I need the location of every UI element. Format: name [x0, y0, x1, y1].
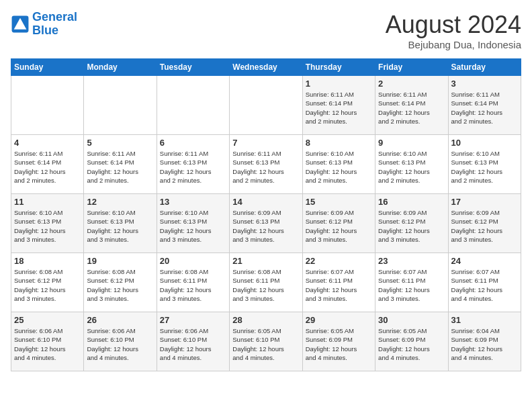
logo-text: General Blue — [32, 11, 77, 38]
calendar-cell: 1Sunrise: 6:11 AM Sunset: 6:14 PM Daylig… — [302, 76, 375, 135]
day-info: Sunrise: 6:06 AM Sunset: 6:10 PM Dayligh… — [160, 326, 226, 362]
day-number: 9 — [378, 138, 445, 148]
header-sunday: Sunday — [11, 59, 84, 76]
header-friday: Friday — [375, 59, 448, 76]
day-number: 23 — [378, 256, 445, 266]
day-info: Sunrise: 6:08 AM Sunset: 6:11 PM Dayligh… — [232, 267, 299, 303]
day-number: 14 — [232, 197, 299, 207]
day-number: 6 — [160, 138, 226, 148]
day-number: 5 — [87, 138, 153, 148]
day-number: 29 — [306, 315, 372, 325]
calendar-cell: 28Sunrise: 6:05 AM Sunset: 6:10 PM Dayli… — [230, 312, 302, 371]
day-number: 27 — [160, 315, 226, 325]
logo-line2: Blue — [32, 24, 58, 37]
day-number: 24 — [451, 256, 518, 266]
location-subtitle: Bejubang Dua, Indonesia — [386, 39, 521, 50]
day-info: Sunrise: 6:11 AM Sunset: 6:13 PM Dayligh… — [232, 149, 299, 185]
calendar-cell: 16Sunrise: 6:09 AM Sunset: 6:12 PM Dayli… — [375, 194, 448, 253]
day-info: Sunrise: 6:08 AM Sunset: 6:12 PM Dayligh… — [14, 267, 81, 303]
calendar-cell: 20Sunrise: 6:08 AM Sunset: 6:11 PM Dayli… — [157, 253, 229, 312]
day-info: Sunrise: 6:11 AM Sunset: 6:14 PM Dayligh… — [14, 149, 81, 185]
week-row-3: 18Sunrise: 6:08 AM Sunset: 6:12 PM Dayli… — [11, 253, 521, 312]
day-info: Sunrise: 6:10 AM Sunset: 6:13 PM Dayligh… — [306, 149, 372, 185]
calendar-cell: 27Sunrise: 6:06 AM Sunset: 6:10 PM Dayli… — [157, 312, 229, 371]
day-number: 18 — [14, 256, 81, 266]
week-row-0: 1Sunrise: 6:11 AM Sunset: 6:14 PM Daylig… — [11, 76, 521, 135]
header-monday: Monday — [84, 59, 157, 76]
logo-icon — [11, 15, 30, 34]
calendar-cell: 19Sunrise: 6:08 AM Sunset: 6:12 PM Dayli… — [84, 253, 157, 312]
calendar-cell: 9Sunrise: 6:10 AM Sunset: 6:13 PM Daylig… — [375, 135, 448, 194]
day-number: 30 — [378, 315, 445, 325]
day-info: Sunrise: 6:06 AM Sunset: 6:10 PM Dayligh… — [87, 326, 153, 362]
day-info: Sunrise: 6:11 AM Sunset: 6:13 PM Dayligh… — [160, 149, 226, 185]
day-number: 31 — [451, 315, 518, 325]
calendar-cell: 7Sunrise: 6:11 AM Sunset: 6:13 PM Daylig… — [230, 135, 302, 194]
day-number: 10 — [451, 138, 518, 148]
calendar-cell: 4Sunrise: 6:11 AM Sunset: 6:14 PM Daylig… — [11, 135, 84, 194]
day-info: Sunrise: 6:08 AM Sunset: 6:11 PM Dayligh… — [160, 267, 226, 303]
page-header: General Blue August 2024 Bejubang Dua, I… — [11, 11, 521, 50]
calendar-header-row: SundayMondayTuesdayWednesdayThursdayFrid… — [11, 59, 521, 76]
calendar-cell: 22Sunrise: 6:07 AM Sunset: 6:11 PM Dayli… — [302, 253, 375, 312]
calendar-cell: 18Sunrise: 6:08 AM Sunset: 6:12 PM Dayli… — [11, 253, 84, 312]
day-number: 3 — [451, 79, 518, 89]
day-info: Sunrise: 6:07 AM Sunset: 6:11 PM Dayligh… — [378, 267, 445, 303]
day-info: Sunrise: 6:07 AM Sunset: 6:11 PM Dayligh… — [451, 267, 518, 303]
day-number: 19 — [87, 256, 153, 266]
calendar-cell: 31Sunrise: 6:04 AM Sunset: 6:09 PM Dayli… — [448, 312, 521, 371]
calendar-table: SundayMondayTuesdayWednesdayThursdayFrid… — [11, 58, 521, 371]
header-saturday: Saturday — [448, 59, 521, 76]
calendar-cell — [11, 76, 84, 135]
title-block: August 2024 Bejubang Dua, Indonesia — [386, 11, 521, 50]
day-number: 28 — [232, 315, 299, 325]
calendar-cell: 15Sunrise: 6:09 AM Sunset: 6:12 PM Dayli… — [302, 194, 375, 253]
day-number: 13 — [160, 197, 226, 207]
day-info: Sunrise: 6:07 AM Sunset: 6:11 PM Dayligh… — [306, 267, 372, 303]
day-info: Sunrise: 6:09 AM Sunset: 6:12 PM Dayligh… — [378, 208, 445, 244]
calendar-cell: 8Sunrise: 6:10 AM Sunset: 6:13 PM Daylig… — [302, 135, 375, 194]
calendar-cell: 6Sunrise: 6:11 AM Sunset: 6:13 PM Daylig… — [157, 135, 229, 194]
calendar-cell: 25Sunrise: 6:06 AM Sunset: 6:10 PM Dayli… — [11, 312, 84, 371]
day-info: Sunrise: 6:09 AM Sunset: 6:12 PM Dayligh… — [451, 208, 518, 244]
day-info: Sunrise: 6:04 AM Sunset: 6:09 PM Dayligh… — [451, 326, 518, 362]
header-wednesday: Wednesday — [230, 59, 302, 76]
calendar-cell: 21Sunrise: 6:08 AM Sunset: 6:11 PM Dayli… — [230, 253, 302, 312]
day-info: Sunrise: 6:09 AM Sunset: 6:13 PM Dayligh… — [232, 208, 299, 244]
day-info: Sunrise: 6:08 AM Sunset: 6:12 PM Dayligh… — [87, 267, 153, 303]
day-info: Sunrise: 6:10 AM Sunset: 6:13 PM Dayligh… — [451, 149, 518, 185]
day-number: 2 — [378, 79, 445, 89]
day-info: Sunrise: 6:10 AM Sunset: 6:13 PM Dayligh… — [14, 208, 81, 244]
day-number: 11 — [14, 197, 81, 207]
calendar-cell: 3Sunrise: 6:11 AM Sunset: 6:14 PM Daylig… — [448, 76, 521, 135]
logo: General Blue — [11, 11, 77, 38]
day-number: 20 — [160, 256, 226, 266]
calendar-cell: 30Sunrise: 6:05 AM Sunset: 6:09 PM Dayli… — [375, 312, 448, 371]
calendar-cell: 11Sunrise: 6:10 AM Sunset: 6:13 PM Dayli… — [11, 194, 84, 253]
day-number: 26 — [87, 315, 153, 325]
header-tuesday: Tuesday — [157, 59, 229, 76]
day-info: Sunrise: 6:10 AM Sunset: 6:13 PM Dayligh… — [378, 149, 445, 185]
calendar-cell: 12Sunrise: 6:10 AM Sunset: 6:13 PM Dayli… — [84, 194, 157, 253]
calendar-cell: 10Sunrise: 6:10 AM Sunset: 6:13 PM Dayli… — [448, 135, 521, 194]
day-number: 7 — [232, 138, 299, 148]
calendar-cell: 26Sunrise: 6:06 AM Sunset: 6:10 PM Dayli… — [84, 312, 157, 371]
day-info: Sunrise: 6:05 AM Sunset: 6:10 PM Dayligh… — [232, 326, 299, 362]
calendar-cell: 5Sunrise: 6:11 AM Sunset: 6:14 PM Daylig… — [84, 135, 157, 194]
day-info: Sunrise: 6:06 AM Sunset: 6:10 PM Dayligh… — [14, 326, 81, 362]
day-info: Sunrise: 6:09 AM Sunset: 6:12 PM Dayligh… — [306, 208, 372, 244]
day-number: 15 — [306, 197, 372, 207]
day-number: 1 — [306, 79, 372, 89]
calendar-cell: 13Sunrise: 6:10 AM Sunset: 6:13 PM Dayli… — [157, 194, 229, 253]
day-info: Sunrise: 6:11 AM Sunset: 6:14 PM Dayligh… — [451, 90, 518, 126]
day-number: 16 — [378, 197, 445, 207]
calendar-cell: 2Sunrise: 6:11 AM Sunset: 6:14 PM Daylig… — [375, 76, 448, 135]
day-info: Sunrise: 6:10 AM Sunset: 6:13 PM Dayligh… — [87, 208, 153, 244]
calendar-cell — [157, 76, 229, 135]
week-row-2: 11Sunrise: 6:10 AM Sunset: 6:13 PM Dayli… — [11, 194, 521, 253]
day-number: 17 — [451, 197, 518, 207]
day-info: Sunrise: 6:11 AM Sunset: 6:14 PM Dayligh… — [306, 90, 372, 126]
day-number: 22 — [306, 256, 372, 266]
day-number: 4 — [14, 138, 81, 148]
day-number: 8 — [306, 138, 372, 148]
